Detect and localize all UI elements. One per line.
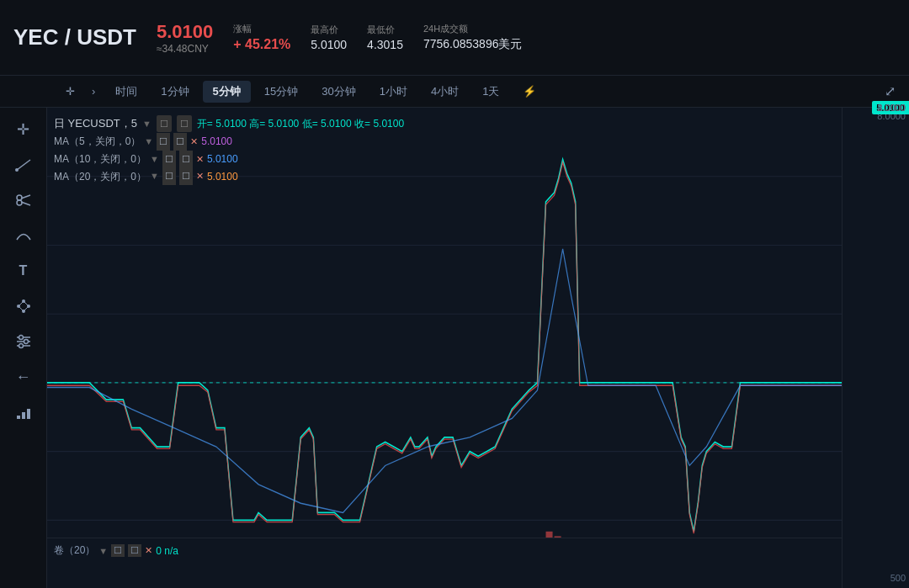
svg-point-18	[24, 340, 28, 344]
volume-section: 卷（20） ▼ ☐ ☐ ✕ 0 n/a	[47, 538, 842, 588]
ma10-label: MA（10，关闭，0）	[54, 151, 146, 167]
svg-line-0	[17, 160, 30, 170]
ma20-label: MA（20，关闭，0）	[54, 168, 146, 185]
low-value: 4.3015	[367, 38, 403, 51]
ma5-line: MA（5，关闭，0） ▼ ☐ ☐ ✕ 5.0100	[54, 133, 404, 151]
change-value: + 45.21%	[233, 37, 290, 52]
tab-15min[interactable]: 15分钟	[254, 81, 308, 103]
ohlc-text: 开= 5.0100 高= 5.0100 低= 5.0100 收= 5.0100	[197, 115, 404, 132]
change-block: 涨幅 + 45.21%	[233, 23, 290, 52]
price-block: 5.0100 ≈34.48CNY	[157, 21, 213, 55]
ma20-value: 5.0100	[207, 168, 238, 185]
svg-line-5	[21, 202, 30, 205]
svg-line-11	[24, 301, 29, 306]
volume-value: 7756.0853896美元	[423, 37, 523, 52]
svg-line-12	[24, 306, 29, 311]
svg-point-3	[17, 200, 22, 205]
svg-point-1	[15, 168, 19, 172]
tools-sidebar: ✛ T	[0, 108, 47, 588]
chart-body[interactable]: 日 YECUSDT，5 ▼ ☐ ☐ 开= 5.0100 高= 5.0100 低=…	[47, 108, 842, 588]
ma5-value: 5.0100	[201, 133, 232, 150]
ma10-value: 5.0100	[207, 151, 238, 167]
header: YEC / USDT 5.0100 ≈34.48CNY 涨幅 + 45.21% …	[0, 0, 909, 76]
node-icon[interactable]	[8, 291, 39, 321]
indicator-icon[interactable]	[8, 397, 39, 427]
svg-rect-22	[27, 409, 30, 419]
back-icon[interactable]: ←	[8, 362, 39, 392]
expand-btn[interactable]: ›	[85, 82, 102, 101]
chart-symbol-text: 日 YECUSDT，5	[54, 114, 137, 133]
volume-block: 24H成交额 7756.0853896美元	[423, 23, 523, 52]
volume-axis: 500	[890, 573, 906, 583]
svg-rect-21	[22, 412, 25, 419]
svg-line-4	[21, 195, 30, 199]
chart-container: ✛ T	[0, 108, 909, 588]
text-icon[interactable]: T	[8, 256, 39, 286]
chart-symbol-line: 日 YECUSDT，5 ▼ ☐ ☐ 开= 5.0100 高= 5.0100 低=…	[54, 114, 404, 133]
scissors-icon[interactable]	[8, 185, 39, 215]
tab-1d[interactable]: 1天	[472, 81, 509, 103]
volume-value: 0 n/a	[156, 545, 178, 557]
change-label: 涨幅	[233, 23, 290, 35]
high-label: 最高价	[311, 24, 347, 36]
svg-point-2	[17, 195, 22, 200]
crosshair-icon[interactable]: ✛	[8, 114, 39, 145]
svg-rect-20	[17, 416, 20, 419]
toolbar: ✛ › 时间 1分钟 5分钟 15分钟 30分钟 1小时 4小时 1天 ⚡ ⤢	[0, 76, 909, 108]
volume-label: 卷（20） ▼ ☐ ☐ ✕ 0 n/a	[54, 543, 178, 558]
svg-point-19	[19, 344, 23, 348]
volume-label: 24H成交额	[423, 23, 523, 35]
svg-point-17	[19, 336, 23, 340]
tab-1h[interactable]: 1小时	[369, 81, 417, 103]
high-block: 最高价 5.0100	[311, 24, 347, 51]
chart-info: 日 YECUSDT，5 ▼ ☐ ☐ 开= 5.0100 高= 5.0100 低=…	[54, 114, 404, 185]
high-value: 5.0100	[311, 38, 347, 51]
price-cny: ≈34.48CNY	[157, 43, 213, 55]
ma5-label: MA（5，关闭，0）	[54, 133, 141, 150]
tab-chart-type[interactable]: ⚡	[513, 82, 546, 101]
tab-4h[interactable]: 4小时	[421, 81, 469, 103]
curve-icon[interactable]	[8, 220, 39, 251]
ma20-line: MA（20，关闭，0） ▼ ☐ ☐ ✕ 5.0100	[54, 167, 404, 185]
ma10-line: MA（10，关闭，0） ▼ ☐ ☐ ✕ 5.0100	[54, 151, 404, 168]
svg-line-13	[19, 306, 24, 311]
current-price: 5.0100	[157, 21, 213, 43]
pair-title: YEC / USDT	[13, 24, 136, 50]
svg-line-10	[19, 301, 24, 306]
adjust-icon[interactable]	[8, 326, 39, 357]
line-tool-icon[interactable]	[8, 150, 39, 180]
fullscreen-btn[interactable]: ⤢	[878, 80, 902, 103]
tab-1min[interactable]: 1分钟	[151, 81, 199, 103]
tab-5min[interactable]: 5分钟	[203, 81, 251, 103]
price-axis: 8.0000 7.0000 6.0000 5.0100 4.0000 3.000…	[842, 108, 909, 588]
price-tick-2: 2.0000	[877, 103, 906, 113]
time-btn[interactable]: 时间	[105, 81, 147, 103]
crosshair-tool-btn[interactable]: ✛	[59, 82, 82, 101]
tab-30min[interactable]: 30分钟	[311, 81, 365, 103]
low-label: 最低价	[367, 24, 403, 36]
low-block: 最低价 4.3015	[367, 24, 403, 51]
